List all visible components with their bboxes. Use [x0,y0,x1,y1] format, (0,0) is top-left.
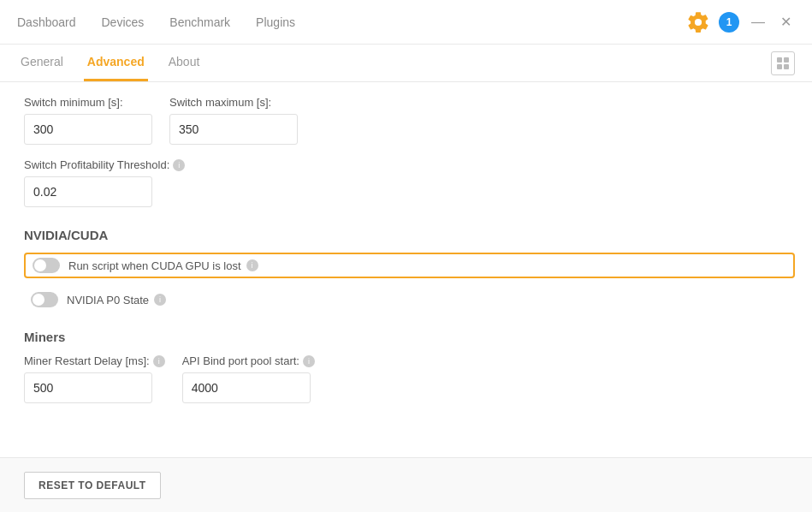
run-script-label: Run script when CUDA GPU is lost i [68,259,258,272]
miners-section: Miners Miner Restart Delay [ms]: i API B… [24,330,795,403]
miner-restart-input[interactable] [24,372,152,403]
reset-to-default-button[interactable]: RESET TO DEFAULT [24,472,161,499]
svg-rect-1 [784,57,789,63]
tab-advanced[interactable]: Advanced [84,45,148,81]
bottom-bar: RESET TO DEFAULT [0,457,812,512]
run-script-row: Run script when CUDA GPU is lost i [24,253,795,278]
run-script-info-icon[interactable]: i [246,259,258,271]
switch-profitability-label: Switch Profitability Threshold: i [24,158,795,171]
nvidia-p0-toggle[interactable] [31,292,58,307]
minimize-button[interactable]: — [748,13,768,32]
tabs-bar: General Advanced About [0,45,812,82]
nav-plugins[interactable]: Plugins [256,12,295,33]
grid-view-button[interactable] [771,51,795,75]
svg-rect-0 [777,57,782,63]
switch-min-input[interactable] [24,114,152,145]
switch-minmax-row: Switch minimum [s]: Switch maximum [s]: [24,96,795,145]
nav-dashboard[interactable]: Dashboard [17,12,76,33]
tabs-left: General Advanced About [17,45,203,81]
top-nav: Dashboard Devices Benchmark Plugins 1 — … [0,0,812,45]
nvidia-p0-row: NVIDIA P0 State i [24,287,795,313]
nvidia-section-title: NVIDIA/CUDA [24,228,795,242]
switch-profitability-group: Switch Profitability Threshold: i [24,158,795,207]
switch-max-label: Switch maximum [s]: [169,96,298,109]
nav-right: 1 — ✕ [686,10,795,34]
nav-devices[interactable]: Devices [102,12,145,33]
tab-general[interactable]: General [17,45,67,81]
api-bind-group: API Bind port pool start: i [182,354,315,403]
switch-max-input[interactable] [169,114,298,145]
switch-profitability-input[interactable] [24,176,152,207]
nvidia-section: NVIDIA/CUDA Run script when CUDA GPU is … [24,228,795,313]
api-bind-label: API Bind port pool start: i [182,354,315,367]
scroll-content[interactable]: Switch minimum [s]: Switch maximum [s]: … [0,82,812,457]
miners-section-title: Miners [24,330,795,344]
api-bind-info-icon[interactable]: i [303,355,315,367]
close-button[interactable]: ✕ [777,12,795,32]
nav-benchmark[interactable]: Benchmark [169,12,230,33]
content-area: Switch minimum [s]: Switch maximum [s]: … [0,82,812,457]
nvidia-p0-info-icon[interactable]: i [154,294,166,306]
nvidia-p0-label: NVIDIA P0 State i [67,294,166,307]
nav-left: Dashboard Devices Benchmark Plugins [17,12,295,33]
switch-min-label: Switch minimum [s]: [24,96,152,109]
switch-min-group: Switch minimum [s]: [24,96,152,145]
gear-icon[interactable] [686,10,710,34]
tab-about[interactable]: About [165,45,204,81]
svg-rect-3 [784,64,789,69]
app-window: Dashboard Devices Benchmark Plugins 1 — … [0,0,812,512]
notification-badge[interactable]: 1 [719,12,739,33]
miner-restart-group: Miner Restart Delay [ms]: i [24,354,165,403]
switch-max-group: Switch maximum [s]: [169,96,298,145]
svg-rect-2 [777,64,782,69]
api-bind-input[interactable] [182,372,311,403]
miners-form-row: Miner Restart Delay [ms]: i API Bind por… [24,354,795,403]
run-script-toggle[interactable] [33,258,60,273]
miner-restart-label: Miner Restart Delay [ms]: i [24,354,165,367]
profitability-info-icon[interactable]: i [173,159,185,171]
miner-restart-info-icon[interactable]: i [153,355,165,367]
